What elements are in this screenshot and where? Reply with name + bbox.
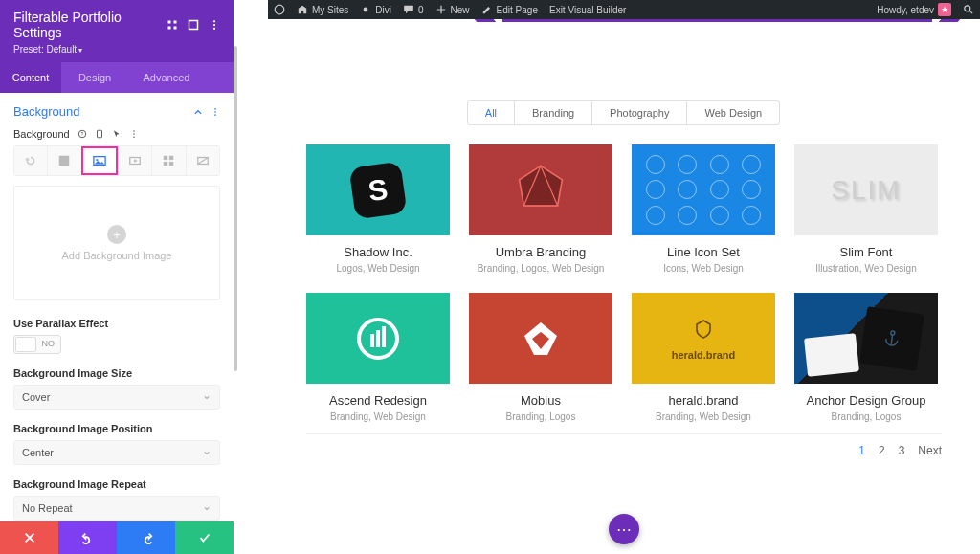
sidebar-header: Filterable Portfolio Settings Preset: De… bbox=[0, 0, 234, 62]
page-2[interactable]: 2 bbox=[879, 444, 885, 457]
portfolio-item[interactable]: Line Icon SetIcons, Web Design bbox=[632, 144, 775, 274]
portfolio-item[interactable]: Umbra BrandingBranding, Logos, Web Desig… bbox=[469, 144, 612, 274]
page-3[interactable]: 3 bbox=[899, 444, 905, 457]
howdy-user[interactable]: Howdy, etdev★ bbox=[877, 3, 951, 16]
svg-rect-29 bbox=[164, 162, 167, 166]
comments-link[interactable]: 0 bbox=[403, 4, 424, 15]
tablet-icon[interactable] bbox=[95, 129, 104, 139]
page-1[interactable]: 1 bbox=[858, 444, 865, 457]
help-icon[interactable]: ? bbox=[78, 129, 87, 139]
portfolio-thumb bbox=[632, 144, 775, 235]
portfolio-item[interactable]: Anchor Design GroupBranding, Logos bbox=[794, 293, 938, 422]
vb-fab-button[interactable]: ⋯ bbox=[609, 514, 639, 544]
svg-point-25 bbox=[96, 159, 98, 161]
svg-point-13 bbox=[213, 28, 215, 30]
svg-rect-7 bbox=[376, 330, 380, 347]
module-outline bbox=[502, 19, 932, 22]
svg-point-9 bbox=[891, 331, 896, 336]
bg-position-select[interactable]: Center bbox=[13, 440, 220, 465]
hover-icon[interactable] bbox=[112, 129, 122, 139]
portfolio-title: Shadow Inc. bbox=[306, 245, 450, 259]
portfolio-thumb bbox=[469, 293, 612, 384]
sidebar-scrollbar[interactable] bbox=[234, 0, 237, 510]
portfolio-cats: Branding, Web Design bbox=[632, 411, 775, 422]
svg-rect-6 bbox=[370, 334, 374, 347]
filter-all[interactable]: All bbox=[467, 100, 515, 125]
portfolio-item[interactable]: Ascend RedesignBranding, Web Design bbox=[306, 293, 450, 422]
add-background-image[interactable]: + Add Background Image bbox=[13, 186, 220, 300]
svg-point-2 bbox=[965, 6, 970, 11]
portfolio-cats: Branding, Logos, Web Design bbox=[469, 263, 612, 274]
svg-rect-28 bbox=[169, 156, 173, 160]
pagination: 1 2 3 Next bbox=[306, 444, 942, 457]
new-link[interactable]: New bbox=[435, 4, 470, 15]
parallax-label: Use Parallax Effect bbox=[13, 318, 220, 329]
preset-dropdown[interactable]: Preset: Default bbox=[13, 44, 220, 55]
save-button[interactable] bbox=[175, 521, 234, 554]
bg-color-icon[interactable] bbox=[47, 146, 80, 175]
section-background[interactable]: Background bbox=[13, 104, 79, 119]
svg-rect-10 bbox=[189, 21, 198, 30]
cancel-button[interactable] bbox=[0, 521, 58, 554]
tab-advanced[interactable]: Advanced bbox=[128, 62, 205, 93]
bg-size-select[interactable]: Cover bbox=[13, 385, 220, 410]
svg-point-20 bbox=[133, 130, 135, 132]
portfolio-cats: Branding, Logos bbox=[469, 411, 612, 422]
redo-button[interactable] bbox=[117, 521, 175, 554]
svg-point-21 bbox=[133, 133, 135, 135]
tab-content[interactable]: Content bbox=[0, 62, 61, 93]
sidebar-body: Background Background ? + Add Background… bbox=[0, 93, 234, 521]
tab-design[interactable]: Design bbox=[61, 62, 128, 93]
portfolio-title: Mobius bbox=[469, 393, 612, 408]
my-sites-link[interactable]: My Sites bbox=[297, 4, 348, 15]
exit-vb-link[interactable]: Exit Visual Builder bbox=[549, 5, 626, 15]
filter-branding[interactable]: Branding bbox=[514, 100, 592, 125]
svg-point-14 bbox=[214, 108, 216, 110]
portfolio-title: Umbra Branding bbox=[469, 245, 612, 259]
parallax-toggle[interactable]: NO bbox=[13, 335, 61, 354]
undo-button[interactable] bbox=[58, 521, 117, 554]
portfolio-item[interactable]: MobiusBranding, Logos bbox=[469, 293, 612, 422]
wp-logo-icon[interactable] bbox=[274, 4, 285, 15]
portfolio-title: Slim Font bbox=[794, 245, 938, 259]
bg-repeat-label: Background Image Repeat bbox=[13, 478, 220, 490]
portfolio-cats: Branding, Logos bbox=[794, 411, 938, 422]
portfolio-item[interactable]: herald.brandherald.brandBranding, Web De… bbox=[632, 293, 775, 422]
bg-reset-icon[interactable] bbox=[14, 146, 47, 175]
bg-size-label: Background Image Size bbox=[13, 367, 220, 379]
filter-photography[interactable]: Photography bbox=[591, 100, 687, 125]
svg-text:?: ? bbox=[80, 131, 83, 137]
bg-pattern-icon[interactable] bbox=[151, 146, 185, 175]
kebab-icon[interactable] bbox=[129, 129, 139, 139]
bg-mask-icon[interactable] bbox=[186, 146, 219, 175]
svg-point-11 bbox=[213, 20, 215, 22]
portfolio-cats: Icons, Web Design bbox=[632, 263, 775, 274]
wp-admin-bar: My Sites Divi 0 New Edit Page Exit Visua… bbox=[268, 0, 980, 19]
portfolio-item[interactable]: SShadow Inc.Logos, Web Design bbox=[306, 144, 450, 274]
bg-video-icon[interactable] bbox=[118, 146, 151, 175]
svg-point-12 bbox=[213, 24, 215, 26]
kebab-icon[interactable] bbox=[209, 19, 220, 31]
kebab-icon[interactable] bbox=[211, 107, 220, 117]
edit-page-link[interactable]: Edit Page bbox=[481, 4, 538, 15]
portfolio-thumb bbox=[794, 293, 938, 384]
bg-repeat-select[interactable]: No Repeat bbox=[13, 496, 220, 521]
filter-webdesign[interactable]: Web Design bbox=[686, 100, 780, 125]
search-icon[interactable] bbox=[963, 4, 974, 15]
portfolio-title: Line Icon Set bbox=[632, 245, 775, 259]
pager-divider bbox=[306, 433, 942, 434]
divi-link[interactable]: Divi bbox=[360, 4, 391, 15]
portfolio-cats: Illustration, Web Design bbox=[794, 263, 938, 274]
page-canvas: All Branding Photography Web Design SSha… bbox=[268, 19, 980, 554]
expand-icon[interactable] bbox=[188, 19, 199, 31]
page-next[interactable]: Next bbox=[918, 444, 942, 457]
chevron-up-icon[interactable] bbox=[193, 107, 203, 117]
svg-rect-30 bbox=[169, 162, 173, 166]
settings-sidebar: Filterable Portfolio Settings Preset: De… bbox=[0, 0, 234, 554]
bg-image-icon[interactable] bbox=[81, 146, 118, 175]
portfolio-thumb bbox=[306, 293, 450, 384]
portfolio-item[interactable]: SLIMSlim FontIllustration, Web Design bbox=[794, 144, 938, 274]
sidebar-title: Filterable Portfolio Settings bbox=[13, 10, 167, 40]
svg-rect-19 bbox=[97, 130, 101, 138]
drag-icon[interactable] bbox=[167, 19, 178, 31]
